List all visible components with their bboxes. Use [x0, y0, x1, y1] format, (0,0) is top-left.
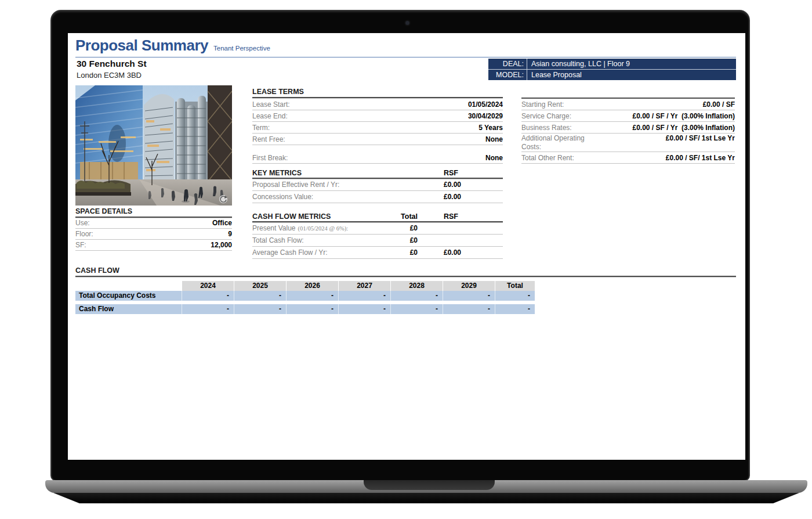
col-header-rsf: RSF — [444, 212, 503, 221]
cash-flow-table: 2024 2025 2026 2027 2028 2029 Total Tota… — [75, 281, 535, 314]
lease-terms-title: LEASE TERMS — [252, 88, 503, 98]
screen: Proposal SummaryTenant Perspective 30 Fe… — [68, 33, 745, 460]
space-detail-row: Floor: 9 — [75, 229, 232, 240]
space-details-section: SPACE DETAILS Use: Office Floor: 9 SF: 1… — [75, 207, 232, 251]
cash-flow-metrics-title: CASH FLOW METRICS — [252, 212, 380, 221]
rent-term-row: Service Charge: £0.00 / SF / Yr (3.00% I… — [521, 110, 735, 122]
space-details-title: SPACE DETAILS — [75, 207, 232, 218]
property-name: 30 Fenchurch St — [77, 59, 147, 69]
deal-value: Asian consulting, LLC | Floor 9 — [527, 59, 736, 69]
cash-flow-metric-row: Average Cash Flow / Yr: £0 £0.00 — [252, 247, 503, 259]
cash-flow-table-header: 2024 2025 2026 2027 2028 2029 Total — [75, 281, 535, 291]
key-metrics-header: KEY METRICS RSF — [252, 168, 503, 179]
cash-flow-metric-row: Present Value(01/05/2024 @ 6%): £0 — [252, 222, 503, 235]
property-photo — [75, 85, 232, 206]
title-divider — [75, 57, 736, 57]
laptop-lid-notch — [364, 480, 495, 490]
property-address: 30 Fenchurch St London EC3M 3BD — [77, 59, 147, 80]
col-header-total: Total — [380, 212, 418, 221]
property-city: London EC3M 3BD — [77, 71, 147, 80]
year-column: 2029 — [443, 281, 495, 291]
webcam-icon — [405, 21, 409, 25]
deal-banner: DEAL: Asian consulting, LLC | Floor 9 MO… — [488, 59, 736, 80]
year-column: 2024 — [182, 281, 234, 291]
page-title: Proposal Summary — [75, 37, 208, 54]
table-row: Cash Flow - - - - - - - — [75, 304, 535, 314]
page-subtitle: Tenant Perspective — [213, 45, 270, 52]
rent-term-row: Starting Rent: £0.00 / SF — [521, 99, 735, 110]
rent-terms-section: Starting Rent: £0.00 / SF Service Charge… — [521, 88, 735, 164]
lease-term-row: First Break: None — [252, 152, 503, 164]
deal-label: DEAL: — [488, 59, 527, 69]
total-column: Total — [495, 281, 535, 291]
cash-flow-metric-row: Total Cash Flow: £0 — [252, 235, 503, 247]
model-label: MODEL: — [488, 70, 527, 80]
year-column: 2025 — [234, 281, 286, 291]
laptop-underside — [53, 493, 799, 503]
key-metric-row: Proposal Effective Rent / Yr: £0.00 — [252, 179, 503, 191]
refresh-icon[interactable] — [219, 195, 227, 203]
laptop-base — [45, 480, 807, 493]
key-metric-row: Concessions Value: £0.00 — [252, 191, 503, 203]
laptop-lid: Proposal SummaryTenant Perspective 30 Fe… — [50, 10, 750, 481]
col-header-rsf: RSF — [444, 169, 503, 177]
cash-flow-title: CASH FLOW — [75, 266, 736, 277]
key-metrics-title: KEY METRICS — [252, 169, 380, 177]
model-value: Lease Proposal — [527, 70, 736, 80]
year-column: 2026 — [286, 281, 338, 291]
rent-term-row: Additional Operating Costs: £0.00 / SF/ … — [521, 134, 735, 152]
lease-term-row: Rent Free: None — [252, 134, 503, 145]
rent-term-row: Total Other Rent: £0.00 / SF/ 1st Lse Yr — [521, 152, 735, 164]
year-column: 2027 — [338, 281, 390, 291]
year-column: 2028 — [390, 281, 443, 291]
cash-flow-section: CASH FLOW 2024 2025 2026 2027 2028 2029 … — [75, 266, 736, 314]
lease-term-row: Term: 5 Years — [252, 122, 503, 134]
lease-term-row: Lease End: 30/04/2029 — [252, 110, 503, 122]
rent-term-row: Business Rates: £0.00 / SF / Yr (3.00% I… — [521, 122, 735, 134]
lease-term-row: Lease Start: 01/05/2024 — [252, 99, 503, 110]
cash-flow-metrics-header: CASH FLOW METRICS Total RSF — [252, 211, 503, 222]
row-spacer — [252, 145, 503, 152]
key-metrics-section: KEY METRICS RSF Proposal Effective Rent … — [252, 168, 503, 203]
present-value-note: (01/05/2024 @ 6%): — [298, 225, 349, 232]
space-detail-row: SF: 12,000 — [75, 240, 232, 251]
space-detail-row: Use: Office — [75, 218, 232, 229]
table-row: Total Occupancy Costs - - - - - - - — [75, 291, 535, 301]
cash-flow-metrics-section: CASH FLOW METRICS Total RSF Present Valu… — [252, 211, 503, 259]
doc-header: Proposal SummaryTenant Perspective — [75, 37, 270, 55]
lease-terms-section: LEASE TERMS Lease Start: 01/05/2024 Leas… — [252, 88, 503, 164]
